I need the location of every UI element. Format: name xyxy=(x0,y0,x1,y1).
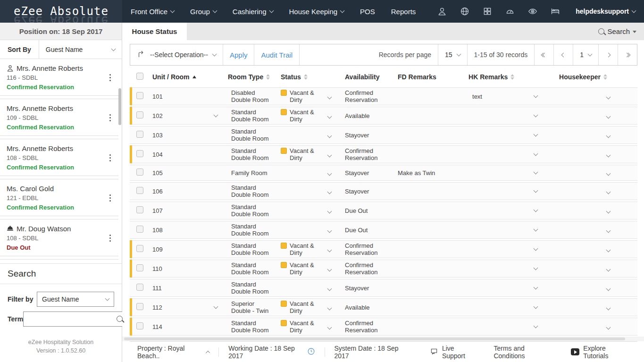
app-logo[interactable]: eZee Absolute eZee Absolute xyxy=(0,0,122,23)
row-checkbox[interactable] xyxy=(136,264,143,271)
guest-card[interactable]: Ms. Carol Gold 121 - EDBL Confirmed Rese… xyxy=(0,179,118,216)
operation-select[interactable]: --Select Operation-- xyxy=(130,44,223,65)
status-dropdown[interactable] xyxy=(324,298,341,316)
hk-remarks-cell[interactable] xyxy=(460,240,545,258)
housekeeper-cell[interactable] xyxy=(545,87,637,105)
guest-menu-button[interactable] xyxy=(106,111,115,124)
col-housekeeper[interactable]: Housekeeper xyxy=(545,67,637,86)
apply-button[interactable]: Apply xyxy=(223,44,254,65)
col-unit-room[interactable]: Unit / Room xyxy=(147,67,224,86)
row-checkbox[interactable] xyxy=(136,245,143,252)
housekeeper-cell[interactable] xyxy=(545,107,637,125)
housekeeper-cell[interactable] xyxy=(545,240,637,258)
guest-card[interactable]: Mrs. Annette Roberts 108 - SDBL Confirme… xyxy=(0,139,118,176)
guest-card[interactable]: Mrs. Annette Roberts 116 - SDBL Confirme… xyxy=(0,59,118,96)
hk-remarks-cell[interactable]: text xyxy=(460,87,545,105)
nav-item-front-office[interactable]: Front Office xyxy=(131,8,174,16)
guest-menu-button[interactable] xyxy=(106,192,115,204)
search-dropdown-toggle[interactable]: Search xyxy=(598,23,636,40)
row-checkbox[interactable] xyxy=(136,131,143,138)
nav-item-house-keeping[interactable]: House Keeping xyxy=(289,8,344,16)
user-icon[interactable] xyxy=(437,6,447,17)
guest-menu-button[interactable] xyxy=(106,232,115,244)
terms-link[interactable]: Terms and Conditions xyxy=(484,347,561,357)
status-dropdown[interactable] xyxy=(324,221,341,239)
term-input[interactable] xyxy=(24,312,117,326)
hk-remarks-cell[interactable] xyxy=(460,279,545,297)
hk-remarks-cell[interactable] xyxy=(460,107,545,125)
nav-item-cashiering[interactable]: Cashiering xyxy=(233,8,273,16)
sidebar-scrollbar[interactable] xyxy=(118,88,121,125)
account-menu[interactable]: helpdesksupport xyxy=(576,8,636,15)
audit-trail-button[interactable]: Audit Trail xyxy=(254,44,299,65)
row-checkbox[interactable] xyxy=(136,322,143,329)
nav-item-group[interactable]: Group xyxy=(190,8,217,16)
search-icon[interactable] xyxy=(117,316,123,322)
apps-grid-icon[interactable] xyxy=(482,6,493,17)
next-page-button[interactable] xyxy=(599,44,618,65)
row-checkbox[interactable] xyxy=(136,226,143,233)
housekeeper-cell[interactable] xyxy=(545,126,637,144)
status-dropdown[interactable] xyxy=(324,126,341,144)
last-page-button[interactable] xyxy=(618,44,637,65)
housekeeper-cell[interactable] xyxy=(545,202,637,219)
select-all-checkbox[interactable] xyxy=(136,73,143,80)
row-checkbox[interactable] xyxy=(136,92,143,99)
housekeeper-cell[interactable] xyxy=(545,260,637,278)
row-checkbox[interactable] xyxy=(136,206,143,213)
first-page-button[interactable] xyxy=(535,44,553,65)
explore-tutorials-link[interactable]: Explore Tutorials xyxy=(561,347,637,357)
hk-remarks-cell[interactable] xyxy=(460,318,545,336)
hk-remarks-cell[interactable] xyxy=(460,260,545,278)
live-support-link[interactable]: Live Support xyxy=(420,347,485,357)
housekeeper-cell[interactable] xyxy=(545,145,637,163)
eye-icon[interactable] xyxy=(527,6,538,17)
gauge-icon[interactable] xyxy=(505,6,515,17)
status-dropdown[interactable] xyxy=(324,87,341,105)
hk-remarks-cell[interactable] xyxy=(460,145,545,163)
housekeeper-cell[interactable] xyxy=(545,298,637,316)
row-checkbox[interactable] xyxy=(136,303,143,310)
sort-by-select[interactable]: Guest Name xyxy=(39,46,122,53)
status-dropdown[interactable] xyxy=(324,260,341,278)
filter-by-select[interactable]: Guest Name xyxy=(37,292,114,307)
horizontal-scrollbar[interactable] xyxy=(122,337,644,341)
row-checkbox[interactable] xyxy=(136,284,143,291)
col-room-type[interactable]: Room Type xyxy=(224,67,277,86)
col-hk-remarks[interactable]: HK Remarks xyxy=(460,67,545,86)
guest-card[interactable]: Mrs. Annette Roberts 109 - SDBL Confirme… xyxy=(0,99,118,136)
guest-menu-button[interactable] xyxy=(106,152,115,164)
col-status[interactable]: Status xyxy=(277,67,341,86)
row-checkbox[interactable] xyxy=(136,187,143,194)
hk-remarks-cell[interactable] xyxy=(460,298,545,316)
housekeeper-cell[interactable] xyxy=(545,221,637,239)
housekeeper-cell[interactable] xyxy=(545,165,637,181)
nav-item-pos[interactable]: POS xyxy=(360,8,375,16)
hk-remarks-cell[interactable] xyxy=(460,165,545,181)
housekeeper-cell[interactable] xyxy=(545,182,637,200)
records-per-page-select[interactable]: 15 xyxy=(438,44,467,65)
row-checkbox[interactable] xyxy=(136,150,143,157)
status-dropdown[interactable] xyxy=(324,182,341,200)
status-dropdown[interactable] xyxy=(324,202,341,219)
status-dropdown[interactable] xyxy=(324,165,341,181)
prev-page-button[interactable] xyxy=(554,44,573,65)
status-dropdown[interactable] xyxy=(324,318,341,336)
hk-remarks-cell[interactable] xyxy=(460,202,545,219)
housekeeper-cell[interactable] xyxy=(545,318,637,336)
row-checkbox[interactable] xyxy=(136,111,143,118)
status-dropdown[interactable] xyxy=(324,145,341,163)
page-select[interactable]: 1 xyxy=(573,44,598,65)
status-dropdown[interactable] xyxy=(324,240,341,258)
status-dropdown[interactable] xyxy=(324,279,341,297)
hk-remarks-cell[interactable] xyxy=(460,182,545,200)
guest-card[interactable]: Mr. Doug Watson 108 - SDBL Due Out xyxy=(0,219,118,256)
guest-menu-button[interactable] xyxy=(106,71,115,84)
housekeeper-cell[interactable] xyxy=(545,279,637,297)
row-expander-icon[interactable] xyxy=(214,113,218,118)
row-expander-icon[interactable] xyxy=(214,304,218,309)
property-selector[interactable]: Property : Royal Beach.. xyxy=(137,347,218,357)
row-checkbox[interactable] xyxy=(136,168,143,176)
guest-card[interactable]: Garry Kennedy 101 - DIS Confirmed Reserv… xyxy=(0,259,118,263)
clock-icon[interactable] xyxy=(307,347,315,357)
